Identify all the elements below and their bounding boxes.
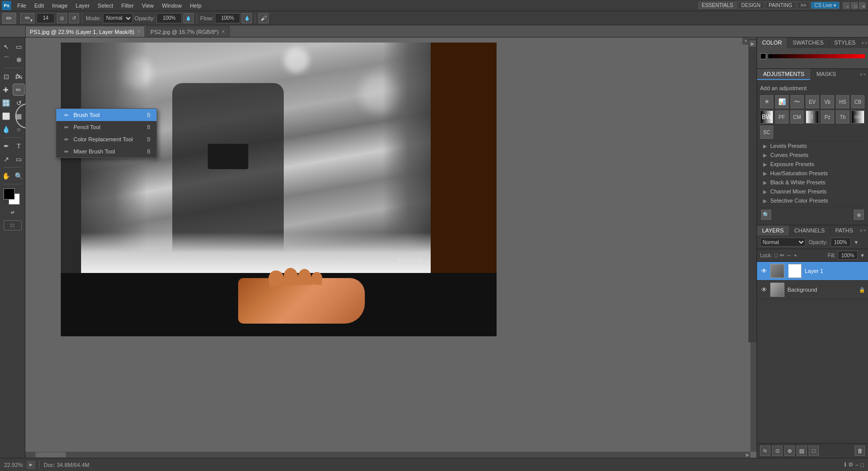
layer-fx-button[interactable]: fx (760, 446, 770, 456)
scroll-right-arrow[interactable]: ▶ (746, 452, 749, 457)
curves-icon[interactable]: 〜 (790, 95, 804, 108)
layers-panel-collapse[interactable]: × (863, 228, 866, 233)
more-workspaces-button[interactable]: >> (797, 2, 810, 9)
lock-pixels-icon[interactable]: ✏ (780, 252, 784, 259)
dodge-tool[interactable]: ○ (13, 123, 25, 135)
new-adjustment-layer-button[interactable]: ⊕ (784, 446, 795, 456)
bw-icon[interactable]: BW (760, 110, 773, 124)
crop-tool[interactable]: ⊡ (1, 70, 12, 83)
background-visibility[interactable]: 👁 (760, 286, 768, 294)
menu-layer[interactable]: Layer (71, 2, 94, 10)
opacity-input[interactable]: 100% (157, 13, 182, 23)
cs-live-button[interactable]: CS Live ▾ (811, 2, 840, 9)
horizontal-scroll-thumb[interactable] (35, 452, 66, 457)
magic-wand-tool[interactable]: ✻ (13, 54, 25, 66)
text-tool[interactable]: T (13, 140, 25, 152)
canvas-area[interactable]: NE ANN ✏ Brush Tool (25, 37, 757, 458)
levels-presets-item[interactable]: ▶ Levels Presets (760, 141, 865, 150)
delete-layer-button[interactable]: 🗑 (855, 446, 865, 456)
mode-select[interactable]: Normal (103, 13, 133, 23)
close-button[interactable]: × (859, 2, 866, 9)
background-layer-item[interactable]: 👁 Background 🔒 (757, 281, 868, 299)
adjustments-tab[interactable]: ADJUSTMENTS (757, 69, 810, 80)
statusbar-info-icon[interactable]: ℹ (844, 461, 846, 468)
menu-image[interactable]: Image (48, 2, 72, 10)
bw-presets-item[interactable]: ▶ Black & White Presets (760, 178, 865, 187)
vibrance-icon[interactable]: Vb (821, 95, 834, 108)
foreground-color[interactable] (4, 188, 15, 200)
color-panel-collapse[interactable]: × (865, 41, 867, 46)
opacity-pressure-icon[interactable]: 💧 (183, 13, 194, 23)
swap-colors-icon[interactable]: ⇄ (11, 210, 15, 215)
hand-tool[interactable]: ✋ (1, 170, 12, 182)
opacity-dropdown-icon[interactable]: ▼ (854, 240, 859, 245)
adj-panel-collapse[interactable]: × (863, 72, 866, 77)
channels-tab[interactable]: CHANNELS (789, 225, 831, 236)
ctx-pencil-tool[interactable]: ✏ Pencil Tool B (56, 121, 157, 133)
adj-search-icon[interactable]: 🔍 (761, 210, 771, 220)
brightness-auto-icon[interactable]: ☀ (760, 95, 773, 108)
masks-tab[interactable]: MASKS (810, 69, 842, 80)
adj-bottom-btn[interactable]: ⊕ (854, 210, 864, 220)
shape-tool[interactable]: ▭ (13, 153, 25, 165)
flow-input[interactable]: 100% (215, 13, 240, 23)
color-balance-icon[interactable]: CB (851, 95, 864, 108)
lock-all-icon[interactable]: + (794, 252, 797, 258)
exposure-presets-item[interactable]: ▶ Exposure Presets (760, 160, 865, 169)
layers-tab[interactable]: LAYERS (757, 225, 789, 236)
hsl-icon[interactable]: HS (836, 95, 849, 108)
maximize-button[interactable]: □ (851, 2, 858, 9)
threshold-icon[interactable]: Th (836, 110, 849, 124)
color-panel-menu[interactable]: ≡ (861, 41, 863, 46)
arrow-tool[interactable]: ↖ (1, 41, 12, 53)
brush-angle-icon[interactable]: ↺ (69, 13, 79, 23)
foreground-swatch[interactable] (760, 53, 766, 59)
eraser-tool[interactable]: ⬜ (1, 110, 12, 122)
lasso-marquee-tool[interactable]: ▭ (13, 41, 25, 53)
panel-collapse-icon[interactable]: ▶ (749, 41, 756, 47)
hue-sat-presets-item[interactable]: ▶ Hue/Saturation Presets (760, 169, 865, 178)
zoom-menu-button[interactable]: ▶ (27, 461, 35, 469)
blend-mode-select[interactable]: Normal (760, 238, 806, 247)
airbrush-icon[interactable]: 🖌 (258, 13, 269, 23)
painting-button[interactable]: PAINTING (765, 2, 796, 9)
ctx-brush-tool[interactable]: ✏ Brush Tool B (56, 109, 157, 121)
menu-edit[interactable]: Edit (30, 2, 48, 10)
pen-tool[interactable]: ✒ (1, 140, 12, 152)
statusbar-settings-icon[interactable]: ⚙ (848, 461, 853, 468)
menu-file[interactable]: File (13, 2, 30, 10)
gradient-map-icon[interactable]: GM (851, 110, 864, 124)
path-select-tool[interactable]: ↗ (1, 153, 12, 165)
menu-window[interactable]: Window (158, 2, 186, 10)
selective-color-icon[interactable]: SC (760, 126, 773, 139)
brush-preset-picker[interactable]: ✏▼ (20, 13, 34, 23)
canvas-document[interactable]: NE ANN (61, 43, 497, 336)
tab-ps2-close[interactable]: × (222, 29, 225, 34)
layer-1-item[interactable]: 👁 Layer 1 (757, 262, 868, 281)
opacity-input-layers[interactable]: 100% (831, 238, 851, 247)
lock-transparency-icon[interactable]: □ (774, 252, 778, 258)
posterize-icon[interactable]: Pz (821, 110, 834, 124)
fg-bg-colors[interactable] (4, 188, 22, 207)
exposure-icon[interactable]: EV (806, 95, 819, 108)
menu-filter[interactable]: Filter (117, 2, 137, 10)
minimize-button[interactable]: − (843, 2, 850, 9)
invert-icon[interactable]: I (806, 110, 819, 124)
design-button[interactable]: DESIGN (738, 2, 764, 9)
paths-tab[interactable]: PATHS (831, 225, 859, 236)
channel-mixer-icon[interactable]: CM (790, 110, 804, 124)
spot-heal-tool[interactable]: ✚ (1, 84, 12, 96)
ctx-color-replace-tool[interactable]: ✏ Color Replacement Tool B (56, 133, 157, 145)
menu-help[interactable]: Help (186, 2, 206, 10)
layer-mask-button[interactable]: ⊙ (772, 446, 782, 456)
gradient-tool[interactable]: ▦ (13, 110, 25, 122)
channel-mixer-presets-item[interactable]: ▶ Channel Mixer Presets (760, 187, 865, 196)
statusbar-maximize-icon[interactable]: □ (860, 462, 864, 468)
zoom-tool[interactable]: 🔍 (13, 170, 25, 182)
new-group-button[interactable]: ▤ (797, 446, 807, 456)
screen-mode-button[interactable]: □ (4, 220, 22, 230)
statusbar-minimize-icon[interactable]: − (855, 462, 858, 468)
ctx-mixer-brush-tool[interactable]: ✏ Mixer Brush Tool B (56, 145, 157, 158)
menu-view[interactable]: View (138, 2, 158, 10)
photo-filter-icon[interactable]: PF (775, 110, 788, 124)
